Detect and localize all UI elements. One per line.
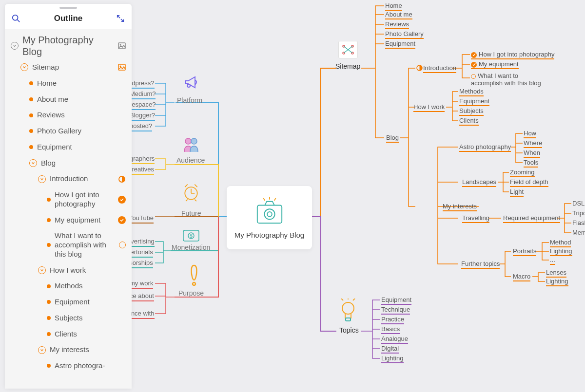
outline-item[interactable]: Astro photogra-	[10, 358, 127, 374]
outline-item[interactable]: Equipment	[10, 139, 127, 155]
mindmap-leaf[interactable]: Memo	[572, 229, 585, 237]
mindmap-leaf[interactable]: Analogue	[381, 335, 408, 344]
mindmap-leaf[interactable]: Where	[524, 139, 542, 148]
node-howiwork[interactable]: How I work	[413, 103, 445, 112]
mindmap-leaf[interactable]: Lenses	[546, 269, 566, 278]
outline-panel[interactable]: Outline My Photography Blog SitemapHomeA…	[5, 4, 132, 389]
branch-audience[interactable]: Audience	[176, 156, 205, 164]
mindmap-leaf[interactable]: ce about	[130, 292, 154, 301]
mindmap-leaf[interactable]: Blogger?	[130, 112, 155, 121]
chevron-down-icon[interactable]	[29, 159, 37, 167]
mindmap-leaf[interactable]: Equipment	[385, 40, 415, 49]
outline-item[interactable]: Introduction	[10, 171, 127, 187]
mindmap-leaf[interactable]: About me	[385, 11, 412, 19]
mindmap-leaf[interactable]: Tools	[524, 159, 538, 168]
chevron-down-icon[interactable]	[38, 175, 46, 183]
progress-half-icon	[416, 65, 423, 71]
node-astro[interactable]: Astro photography	[459, 143, 511, 152]
mindmap-leaf[interactable]: ince with	[130, 310, 155, 319]
mindmap-leaf[interactable]: Lighting	[550, 247, 572, 256]
outline-item[interactable]: How I got into photography	[10, 187, 127, 212]
mindmap-leaf[interactable]: Flash	[572, 219, 585, 227]
mindmap-leaf[interactable]: Lighting	[546, 278, 568, 286]
mindmap-leaf[interactable]: Photo Gallery	[385, 30, 424, 39]
node-introduction[interactable]: Introduction	[423, 64, 456, 73]
mindmap-leaf[interactable]: Subjects	[459, 107, 484, 116]
outline-item[interactable]: My interests	[10, 342, 127, 358]
outline-item[interactable]: Methods	[10, 278, 127, 294]
mindmap-leaf[interactable]: Digital	[381, 345, 399, 354]
outline-root[interactable]: My Photography Blog	[10, 32, 127, 59]
panel-handle[interactable]	[59, 7, 77, 9]
outline-item[interactable]: My equipment	[10, 212, 127, 228]
branch-monetization[interactable]: Monetization	[172, 243, 210, 251]
mindmap-leaf[interactable]: Tripod	[572, 209, 585, 217]
outline-item[interactable]: What I want to accomplish with this blog	[10, 228, 127, 262]
mindmap-leaf[interactable]: DSLR	[572, 200, 585, 207]
outline-item[interactable]: Home	[10, 75, 127, 92]
mindmap-leaf[interactable]: Home	[385, 2, 402, 11]
outline-item[interactable]: Photo Gallery	[10, 123, 127, 139]
mindmap-leaf[interactable]: Clients	[459, 117, 479, 126]
mindmap-leaf[interactable]: Methods	[459, 88, 484, 96]
mindmap-leaf[interactable]: Practice	[381, 316, 404, 324]
mindmap-leaf[interactable]: ...	[550, 256, 555, 265]
mindmap-leaf[interactable]: YouTube	[129, 214, 154, 224]
outline-item[interactable]: About me	[10, 92, 127, 108]
search-icon[interactable]	[12, 14, 20, 23]
node-macro[interactable]: Macro	[513, 273, 530, 281]
mindmap-leaf[interactable]: Method	[550, 239, 571, 247]
node-travelling[interactable]: Travelling	[462, 214, 489, 223]
outline-item[interactable]: Subjects	[10, 310, 127, 326]
outline-item[interactable]: How I work	[10, 262, 127, 279]
mindmap-leaf[interactable]: What I want to accomplish with this blog	[471, 72, 549, 87]
bullet-icon	[29, 97, 33, 101]
mindmap-leaf[interactable]: Medium?	[130, 90, 156, 99]
mindmap-leaf[interactable]: respace?	[130, 101, 156, 110]
mindmap-leaf[interactable]: graphers	[130, 155, 155, 164]
sitemap-icon-box[interactable]	[338, 41, 358, 58]
branch-purpose[interactable]: Purpose	[178, 289, 204, 297]
mindmap-leaf[interactable]: How I got into photography	[471, 51, 554, 59]
mindmap-leaf[interactable]: my work	[130, 280, 153, 289]
check-icon	[471, 52, 477, 58]
mindmap-leaf[interactable]: Field of depth	[510, 178, 548, 187]
outline-item[interactable]: Sitemap	[10, 59, 127, 75]
node-further[interactable]: Further topics	[461, 260, 500, 269]
chevron-down-icon[interactable]	[38, 266, 46, 274]
outline-body[interactable]: My Photography Blog SitemapHomeAbout meR…	[5, 29, 132, 389]
mindmap-leaf[interactable]: When	[524, 149, 540, 158]
bullet-icon	[47, 332, 51, 336]
outline-item[interactable]: Equipment	[10, 294, 127, 310]
mindmap-leaf[interactable]: Basics	[381, 325, 400, 334]
mindmap-leaf[interactable]: rdpress?	[130, 79, 155, 89]
node-required[interactable]: Required equipment	[503, 214, 560, 223]
bullet-icon	[47, 300, 51, 304]
outline-item[interactable]: Blog	[10, 155, 127, 171]
mindmap-leaf[interactable]: Lighting	[381, 355, 404, 363]
center-node[interactable]: My Photography Blog	[227, 186, 312, 249]
mindmap-leaf[interactable]: Zooming	[510, 168, 535, 177]
node-blog[interactable]: Blog	[386, 134, 399, 143]
mindmap-leaf[interactable]: My equipment	[471, 60, 519, 69]
mindmap-leaf[interactable]: How	[524, 130, 536, 138]
chevron-down-icon[interactable]	[20, 63, 28, 71]
node-interests[interactable]: My interests	[443, 203, 477, 211]
chevron-down-icon[interactable]	[38, 346, 46, 354]
mindmap-leaf[interactable]: hosted?	[130, 122, 152, 131]
mindmap-leaf[interactable]: Technique	[381, 306, 410, 315]
node-landscapes[interactable]: Landscapes	[462, 178, 496, 187]
mindmap-leaf[interactable]: Equipment	[459, 97, 489, 106]
chevron-down-icon[interactable]	[11, 42, 19, 50]
mindmap-leaf[interactable]: Light	[510, 188, 524, 197]
node-sitemap[interactable]: Sitemap	[335, 62, 360, 70]
mindmap-leaf[interactable]: Equipment	[381, 296, 411, 305]
branch-platform[interactable]: Platform	[177, 96, 202, 104]
outline-item[interactable]: Reviews	[10, 107, 127, 123]
mindmap-leaf[interactable]: Reviews	[385, 20, 409, 29]
node-topics[interactable]: Topics	[339, 326, 359, 334]
expand-icon[interactable]	[116, 14, 125, 23]
outline-item[interactable]: Clients	[10, 326, 127, 342]
node-portraits[interactable]: Portraits	[513, 247, 536, 256]
branch-future[interactable]: Future	[181, 209, 201, 217]
